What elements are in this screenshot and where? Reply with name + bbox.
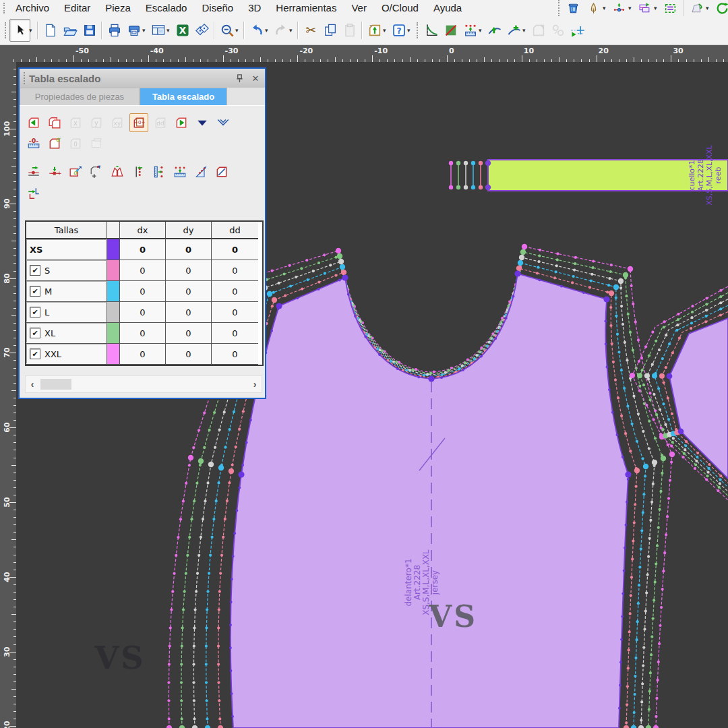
alpha-piece-icon[interactable]: α [46, 135, 63, 152]
grade-point[interactable] [337, 253, 342, 259]
grade-point[interactable] [518, 260, 523, 266]
toolbar-grip[interactable] [3, 3, 5, 13]
grade-point[interactable] [659, 373, 665, 379]
expand-menu-icon[interactable] [193, 114, 211, 131]
grade-point[interactable] [522, 244, 527, 249]
cell-xl-dx[interactable]: 0 [120, 323, 166, 344]
align-points-icon[interactable] [129, 163, 147, 181]
table-header-dx[interactable]: dx [120, 222, 166, 239]
export-next-size-icon[interactable] [173, 114, 190, 131]
menu-dise-o[interactable]: Diseño [194, 0, 241, 16]
open-file-icon[interactable] [60, 20, 80, 41]
cut-icon[interactable]: ✂ [301, 20, 320, 41]
tags-icon[interactable] [192, 20, 212, 41]
grade-point[interactable] [179, 725, 185, 728]
cell-l-dx[interactable]: 0 [120, 302, 166, 323]
layout-window-icon[interactable] [148, 20, 168, 41]
menu-archivo[interactable]: Archivo [8, 0, 57, 16]
front-piece[interactable] [231, 274, 628, 728]
import-piece-icon[interactable] [365, 20, 384, 41]
measure-grade-icon[interactable] [171, 163, 189, 181]
undo-icon[interactable] [247, 20, 266, 41]
fabric-square-icon[interactable] [441, 20, 460, 41]
measure-points-icon[interactable] [460, 20, 480, 41]
mirror-grading-icon[interactable] [109, 163, 126, 181]
table-header-swatch[interactable] [107, 222, 120, 239]
grade-point[interactable] [229, 468, 234, 474]
scroll-thumb[interactable] [40, 379, 71, 390]
distribute-points-icon[interactable] [150, 163, 168, 181]
add-point-tool-dropdown-icon[interactable]: ▾ [628, 5, 634, 11]
grade-point[interactable] [276, 303, 282, 309]
table-header-sizes[interactable]: Tallas [26, 222, 107, 239]
grade-point[interactable] [238, 471, 244, 477]
scroll-left-icon[interactable]: ‹ [26, 379, 39, 390]
zero-grading-icon[interactable]: +0+ [129, 113, 148, 132]
toolbar-grip[interactable] [417, 22, 418, 38]
print-preview-dropdown-icon[interactable]: ▾ [142, 27, 148, 34]
grade-point[interactable] [637, 373, 642, 378]
size-label-xs[interactable]: XS [26, 239, 107, 260]
rotate-piece-dropdown-icon[interactable]: ▾ [706, 5, 712, 11]
menu-ver[interactable]: Ver [344, 0, 374, 16]
grade-point[interactable] [630, 373, 635, 378]
menu-editar[interactable]: Editar [57, 0, 98, 16]
print-preview-icon[interactable] [124, 20, 144, 41]
panel-grip[interactable] [24, 72, 25, 84]
cell-m-dd[interactable]: 0 [212, 281, 258, 302]
size-label-xxl[interactable]: ✔XXL [26, 344, 107, 365]
zoom-out-icon[interactable] [217, 20, 237, 41]
undo-dropdown-icon[interactable]: ▾ [265, 27, 271, 34]
grade-point[interactable] [336, 248, 341, 253]
toolbar-grip[interactable] [5, 22, 6, 38]
pen-tool-dropdown-icon[interactable]: ▾ [603, 5, 609, 11]
help-icon[interactable]: ? [389, 20, 408, 41]
new-file-icon[interactable] [40, 20, 60, 41]
cell-s-dy[interactable]: 0 [166, 260, 212, 281]
move-cross-icon[interactable] [568, 20, 587, 41]
seam-add-icon[interactable] [504, 20, 524, 41]
grade-point[interactable] [603, 296, 609, 302]
grade-point[interactable] [653, 725, 659, 728]
add-point-grade-icon[interactable] [88, 163, 105, 181]
grade-point[interactable] [520, 249, 526, 255]
scroll-right-icon[interactable]: › [248, 379, 262, 390]
zoom-out-dropdown-icon[interactable]: ▾ [235, 27, 241, 34]
grade-point[interactable] [267, 291, 272, 297]
cell-l-dd[interactable]: 0 [212, 302, 258, 323]
select-tool-dropdown-icon[interactable]: ▾ [29, 27, 35, 34]
zero-ruler-icon[interactable]: -0- [25, 135, 42, 152]
piece-diagonal-icon[interactable] [213, 163, 231, 181]
seam-add-dropdown-icon[interactable]: ▾ [522, 27, 528, 34]
grade-point[interactable] [272, 297, 277, 303]
grade-point[interactable] [342, 274, 348, 280]
grade-point[interactable] [613, 284, 619, 290]
grade-point[interactable] [625, 471, 631, 477]
cell-m-dx[interactable]: 0 [120, 281, 166, 302]
cell-xs-dx[interactable]: 0 [120, 239, 166, 260]
size-checkbox-l[interactable]: ✔ [30, 307, 40, 317]
cell-l-dy[interactable]: 0 [166, 302, 212, 323]
cell-xl-dy[interactable]: 0 [166, 323, 212, 344]
table-header-dy[interactable]: dy [166, 222, 212, 239]
cell-s-dd[interactable]: 0 [212, 260, 258, 281]
grade-point[interactable] [678, 429, 684, 435]
grade-point[interactable] [652, 460, 657, 465]
grade-point[interactable] [661, 456, 666, 461]
menu-3d[interactable]: 3D [241, 0, 268, 16]
import-piece-dropdown-icon[interactable]: ▾ [383, 27, 389, 34]
panel-titlebar[interactable]: Tabla escalado ✕ [20, 69, 265, 88]
axes-move-icon[interactable] [25, 185, 42, 202]
menu-escalado[interactable]: Escalado [138, 0, 195, 16]
angle-points-icon[interactable] [192, 163, 210, 181]
size-label-m[interactable]: ✔M [26, 281, 107, 302]
menu-o-cloud[interactable]: O/Cloud [374, 0, 426, 16]
select-tool-icon[interactable] [9, 19, 30, 42]
grade-point[interactable] [623, 272, 628, 278]
save-file-icon[interactable] [80, 20, 99, 41]
print-icon[interactable] [104, 20, 124, 41]
grade-point[interactable] [519, 255, 524, 260]
toolbar-grip[interactable] [558, 0, 559, 16]
grade-point[interactable] [624, 725, 629, 728]
menu-herramientas[interactable]: Herramientas [268, 0, 344, 16]
